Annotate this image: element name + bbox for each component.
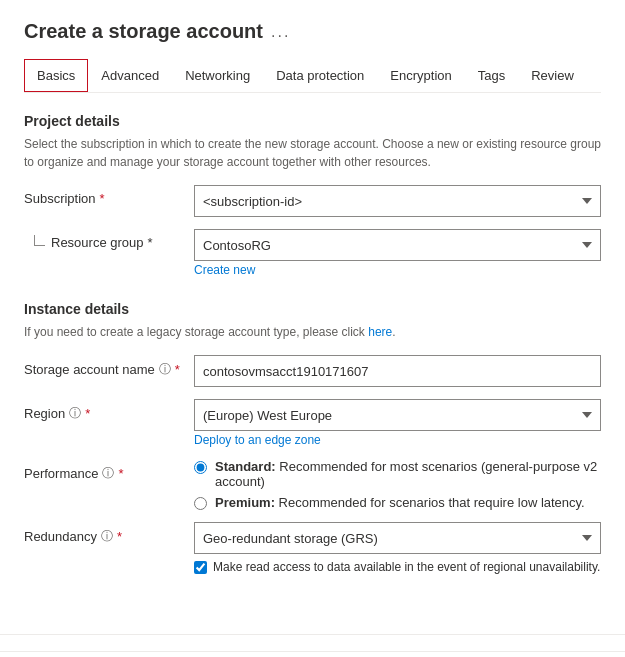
tab-tags[interactable]: Tags xyxy=(465,59,518,92)
read-access-label: Make read access to data available in th… xyxy=(213,560,600,574)
tab-basics[interactable]: Basics xyxy=(24,59,88,92)
region-info-icon[interactable]: ⓘ xyxy=(69,405,81,422)
read-access-checkbox[interactable] xyxy=(194,561,207,574)
page-title: Create a storage account xyxy=(24,20,263,43)
performance-premium-option[interactable]: Premium: Recommended for scenarios that … xyxy=(194,495,601,510)
resource-group-label: Resource group xyxy=(51,235,144,250)
deploy-edge-link[interactable]: Deploy to an edge zone xyxy=(194,433,321,447)
resource-group-indent: Resource group * xyxy=(24,229,194,250)
instance-details-title: Instance details xyxy=(24,301,601,317)
performance-info-icon[interactable]: ⓘ xyxy=(102,465,114,482)
instance-details-section: Instance details If you need to create a… xyxy=(24,301,601,574)
project-details-section: Project details Select the subscription … xyxy=(24,113,601,277)
tab-review[interactable]: Review xyxy=(518,59,587,92)
tab-encryption[interactable]: Encryption xyxy=(377,59,464,92)
tabs-navigation: Basics Advanced Networking Data protecti… xyxy=(24,59,601,93)
storage-name-row: Storage account name ⓘ * xyxy=(24,355,601,387)
resource-group-select[interactable]: ContosoRG xyxy=(194,229,601,261)
tab-networking[interactable]: Networking xyxy=(172,59,263,92)
tab-data-protection[interactable]: Data protection xyxy=(263,59,377,92)
region-row: Region ⓘ * (Europe) West Europe Deploy t… xyxy=(24,399,601,447)
redundancy-select[interactable]: Geo-redundant storage (GRS) xyxy=(194,522,601,554)
ellipsis-menu-icon[interactable]: ... xyxy=(271,23,290,41)
subscription-control: <subscription-id> xyxy=(194,185,601,217)
performance-standard-label: Standard: Recommended for most scenarios… xyxy=(215,459,601,489)
performance-standard-option[interactable]: Standard: Recommended for most scenarios… xyxy=(194,459,601,489)
project-details-title: Project details xyxy=(24,113,601,129)
performance-label: Performance ⓘ * xyxy=(24,459,194,482)
storage-name-input[interactable] xyxy=(194,355,601,387)
performance-control: Standard: Recommended for most scenarios… xyxy=(194,459,601,510)
read-access-checkbox-row: Make read access to data available in th… xyxy=(194,560,601,574)
instance-details-description: If you need to create a legacy storage a… xyxy=(24,323,601,341)
create-new-link[interactable]: Create new xyxy=(194,263,255,277)
subscription-row: Subscription * <subscription-id> xyxy=(24,185,601,217)
region-label: Region ⓘ * xyxy=(24,399,194,422)
subscription-required: * xyxy=(100,191,105,206)
performance-row: Performance ⓘ * Standard: Recommended fo… xyxy=(24,459,601,510)
performance-radio-group: Standard: Recommended for most scenarios… xyxy=(194,459,601,510)
resource-group-control: ContosoRG Create new xyxy=(194,229,601,277)
footer-bar: Review < Previous Next : Advanced > xyxy=(0,651,625,657)
redundancy-info-icon[interactable]: ⓘ xyxy=(101,528,113,545)
performance-premium-label: Premium: Recommended for scenarios that … xyxy=(215,495,585,510)
resource-group-required: * xyxy=(148,235,153,250)
storage-name-info-icon[interactable]: ⓘ xyxy=(159,361,171,378)
redundancy-label: Redundancy ⓘ * xyxy=(24,522,194,545)
redundancy-row: Redundancy ⓘ * Geo-redundant storage (GR… xyxy=(24,522,601,574)
region-control: (Europe) West Europe Deploy to an edge z… xyxy=(194,399,601,447)
tab-advanced[interactable]: Advanced xyxy=(88,59,172,92)
storage-name-label: Storage account name ⓘ * xyxy=(24,355,194,378)
resource-group-row: Resource group * ContosoRG Create new xyxy=(24,229,601,277)
here-link[interactable]: here xyxy=(368,325,392,339)
redundancy-control: Geo-redundant storage (GRS) Make read ac… xyxy=(194,522,601,574)
performance-premium-radio[interactable] xyxy=(194,497,207,510)
performance-standard-radio[interactable] xyxy=(194,461,207,474)
region-select[interactable]: (Europe) West Europe xyxy=(194,399,601,431)
subscription-select[interactable]: <subscription-id> xyxy=(194,185,601,217)
project-details-description: Select the subscription in which to crea… xyxy=(24,135,601,171)
subscription-label: Subscription * xyxy=(24,185,194,206)
storage-name-control xyxy=(194,355,601,387)
